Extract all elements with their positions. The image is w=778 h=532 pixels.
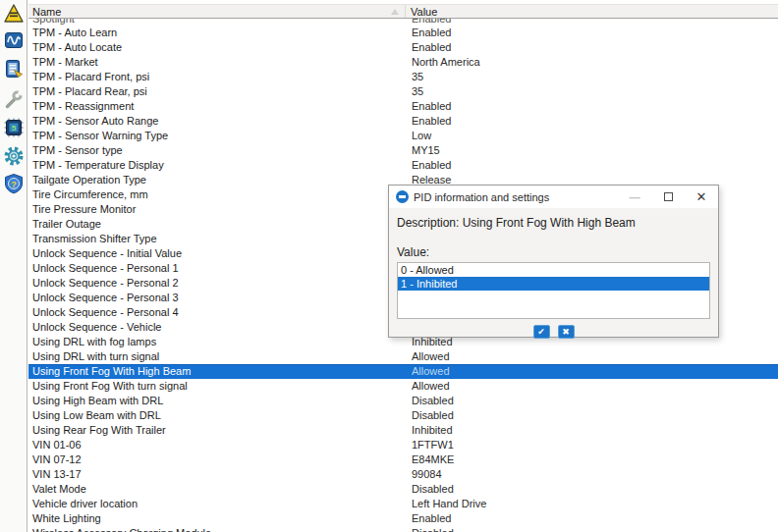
row-name-cell: TPM - Sensor Auto Range <box>28 114 406 129</box>
row-value-cell: 35 <box>406 84 778 99</box>
table-row[interactable]: TPM - Sensor Auto Range Enabled <box>28 114 778 129</box>
table-row[interactable]: Using DRL with turn signal Allowed <box>28 349 778 364</box>
row-name-cell: Vehicle driver location <box>28 497 406 511</box>
clipboard-pencil-icon <box>3 58 25 80</box>
row-name-cell: Unlock Sequence - Personal 3 <box>28 291 406 305</box>
row-name-cell: TPM - Placard Rear, psi <box>28 84 406 99</box>
row-name-cell: Spotlight <box>28 19 406 26</box>
table-row[interactable]: Using High Beam with DRL Disabled <box>28 394 778 408</box>
row-name-cell: Tire Circumference, mm <box>28 187 406 202</box>
table-row[interactable]: Spotlight Enabled <box>28 19 778 26</box>
sort-indicator-icon <box>391 9 399 15</box>
service-wrench-icon[interactable] <box>2 87 26 111</box>
minimize-button[interactable]: — <box>618 186 651 208</box>
table-row[interactable]: Using Rear Fog With Trailer Inhibited <box>28 423 778 438</box>
row-value-cell: Disabled <box>406 526 778 532</box>
row-value-cell: Enabled <box>406 26 778 40</box>
dialog-titlebar[interactable]: PID information and settings — ✕ <box>389 186 718 208</box>
table-row[interactable]: Using Front Fog With High Beam Allowed <box>28 364 778 379</box>
row-name-cell: TPM - Sensor Warning Type <box>28 129 406 143</box>
table-row[interactable]: TPM - Temperature Display Enabled <box>28 158 778 173</box>
pid-description: Description: Using Front Fog With High B… <box>397 216 710 230</box>
value-option[interactable]: 1 - Inhibited <box>398 277 709 291</box>
row-value-cell: Enabled <box>406 114 778 129</box>
row-name-cell: Using DRL with turn signal <box>28 349 406 364</box>
dtc-warning-icon[interactable] <box>2 2 26 26</box>
value-listbox: 0 - Allowed 1 - Inhibited <box>397 262 710 319</box>
column-header-name[interactable]: Name <box>28 5 406 18</box>
row-value-cell: Enabled <box>406 40 778 55</box>
close-button[interactable]: ✕ <box>685 186 718 208</box>
row-value-cell: Enabled <box>406 511 778 526</box>
maximize-button[interactable] <box>651 186 685 208</box>
row-name-cell: TPM - Auto Learn <box>28 26 406 40</box>
row-value-cell: 99084 <box>406 467 778 482</box>
table-row[interactable]: TPM - Reassignment Enabled <box>28 99 778 114</box>
waveform-icon <box>3 29 25 51</box>
table-row[interactable]: Using Front Fog With turn signal Allowed <box>28 379 778 394</box>
svg-text:5: 5 <box>12 124 17 133</box>
table-row[interactable]: TPM - Sensor type MY15 <box>28 143 778 158</box>
table-row[interactable]: Vehicle driver location Left Hand Drive <box>28 497 778 511</box>
oscilloscope-icon[interactable] <box>2 28 26 52</box>
row-name-cell: Using Front Fog With High Beam <box>28 364 406 379</box>
row-name-cell: VIN 07-12 <box>28 452 406 467</box>
row-name-cell: Using Low Beam with DRL <box>28 408 406 423</box>
row-value-cell: E84MKE <box>406 452 778 467</box>
row-value-cell: Allowed <box>406 364 778 379</box>
row-value-cell: MY15 <box>406 143 778 158</box>
table-row[interactable]: TPM - Placard Front, psi 35 <box>28 70 778 84</box>
row-name-cell: Unlock Sequence - Personal 1 <box>28 261 406 276</box>
row-name-cell: Using DRL with fog lamps <box>28 335 406 349</box>
table-row[interactable]: TPM - Placard Rear, psi 35 <box>28 84 778 99</box>
table-row[interactable]: Wireless Accessory Charging Module Disab… <box>28 526 778 532</box>
confirm-button[interactable]: ✔ <box>533 325 550 339</box>
about-shield-icon[interactable]: ? <box>2 172 26 195</box>
row-name-cell: Tire Pressure Monitor <box>28 202 406 217</box>
cancel-button[interactable]: ✖ <box>558 325 575 339</box>
row-value-cell: Inhibited <box>406 423 778 438</box>
table-row[interactable]: TPM - Market North America <box>28 55 778 70</box>
table-header: Name Value <box>28 4 778 19</box>
dialog-title: PID information and settings <box>414 191 618 203</box>
table-row[interactable]: Valet Mode Disabled <box>28 482 778 497</box>
tests-clipboard-icon[interactable] <box>2 57 26 80</box>
table-row[interactable]: VIN 13-17 99084 <box>28 467 778 482</box>
left-toolbar: 5 ? <box>0 0 28 532</box>
row-name-cell: TPM - Reassignment <box>28 99 406 114</box>
table-row[interactable]: TPM - Auto Learn Enabled <box>28 26 778 40</box>
table-row[interactable]: VIN 07-12 E84MKE <box>28 452 778 467</box>
column-header-name-label: Name <box>32 6 61 18</box>
row-value-cell: Disabled <box>406 394 778 408</box>
shield-question-icon: ? <box>3 173 25 194</box>
row-name-cell: Using Front Fog With turn signal <box>28 379 406 394</box>
row-value-cell: Disabled <box>406 408 778 423</box>
row-value-cell: North America <box>406 55 778 70</box>
row-name-cell: Tailgate Operation Type <box>28 173 406 187</box>
settings-gear-icon[interactable] <box>2 144 26 168</box>
row-name-cell: Unlock Sequence - Personal 2 <box>28 276 406 291</box>
row-name-cell: TPM - Auto Locate <box>28 40 406 55</box>
table-row[interactable]: Using Low Beam with DRL Disabled <box>28 408 778 423</box>
row-name-cell: Wireless Accessory Charging Module <box>28 526 406 532</box>
configuration-chip-icon[interactable]: 5 <box>2 116 26 139</box>
row-name-cell: Transmission Shifter Type <box>28 232 406 246</box>
dialog-buttons: ✔ ✖ <box>397 325 710 339</box>
table-row[interactable]: White Lighting Enabled <box>28 511 778 526</box>
table-row[interactable]: VIN 01-06 1FTFW1 <box>28 438 778 452</box>
row-name-cell: Valet Mode <box>28 482 406 497</box>
warning-triangle-icon <box>3 3 25 25</box>
row-value-cell: Left Hand Drive <box>406 497 778 511</box>
value-option[interactable]: 0 - Allowed <box>398 263 709 277</box>
row-name-cell: Unlock Sequence - Vehicle <box>28 320 406 335</box>
row-name-cell: TPM - Sensor type <box>28 143 406 158</box>
row-value-cell: Disabled <box>406 482 778 497</box>
column-header-value[interactable]: Value <box>406 5 778 18</box>
row-name-cell: TPM - Market <box>28 55 406 70</box>
table-row[interactable]: TPM - Auto Locate Enabled <box>28 40 778 55</box>
row-value-cell: Low <box>406 129 778 143</box>
row-name-cell: VIN 01-06 <box>28 438 406 452</box>
row-value-cell: Enabled <box>406 158 778 173</box>
table-row[interactable]: TPM - Sensor Warning Type Low <box>28 129 778 143</box>
column-header-value-label: Value <box>411 6 437 18</box>
